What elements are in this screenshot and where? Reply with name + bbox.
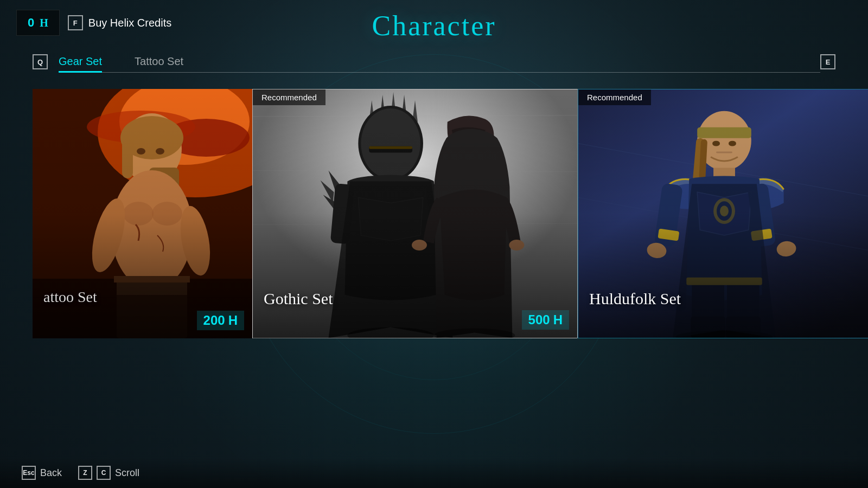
top-bar: 0 H F Buy Helix Credits Character xyxy=(0,0,868,46)
huldufolk-recommended-badge: Recommended xyxy=(578,89,651,105)
buy-helix-button[interactable]: F Buy Helix Credits xyxy=(68,15,171,30)
back-action[interactable]: Esc Back xyxy=(22,466,62,480)
tab-nav-right-key[interactable]: E xyxy=(820,54,835,69)
bottom-bar: Esc Back Z C Scroll xyxy=(0,458,868,488)
scroll-action: Z C Scroll xyxy=(78,466,139,480)
helix-amount: 0 xyxy=(28,16,35,30)
tab-gear-set[interactable]: Gear Set xyxy=(59,51,102,72)
tab-bar: Q Gear Set Tattoo Set E xyxy=(0,51,868,73)
back-key: Esc xyxy=(22,466,36,480)
buy-key-hint: F xyxy=(68,15,83,30)
scroll-key1: Z xyxy=(78,466,92,480)
content-area: attoo Set 200 H xyxy=(0,73,868,355)
scroll-label: Scroll xyxy=(115,467,139,479)
gothic-recommended-badge: Recommended xyxy=(253,89,326,105)
gothic-set-title: Gothic Set xyxy=(264,290,333,308)
gothic-set-price: 500 H xyxy=(522,310,569,330)
huldufolk-set-title: Huldufolk Set xyxy=(589,290,681,308)
page-title: Character xyxy=(372,10,496,42)
tabs-container: Gear Set Tattoo Set xyxy=(59,51,820,73)
helix-icon: H xyxy=(40,17,48,29)
card-gothic-set[interactable]: Recommended Gothic Set 500 H xyxy=(252,89,578,338)
buy-label: Buy Helix Credits xyxy=(88,17,171,29)
scroll-key2: C xyxy=(97,466,111,480)
tab-nav-left-key[interactable]: Q xyxy=(33,54,48,69)
helix-credits-display: 0 H xyxy=(16,10,60,36)
tattoo-set-price: 200 H xyxy=(197,311,244,330)
back-label: Back xyxy=(40,467,62,479)
card-huldufolk-set[interactable]: Recommended Huldufolk Set xyxy=(578,89,868,338)
tattoo-set-title: attoo Set xyxy=(43,288,97,306)
card-tattoo-set[interactable]: attoo Set 200 H xyxy=(33,89,252,338)
cards-container: attoo Set 200 H xyxy=(33,89,835,338)
tab-tattoo-set[interactable]: Tattoo Set xyxy=(135,51,183,72)
